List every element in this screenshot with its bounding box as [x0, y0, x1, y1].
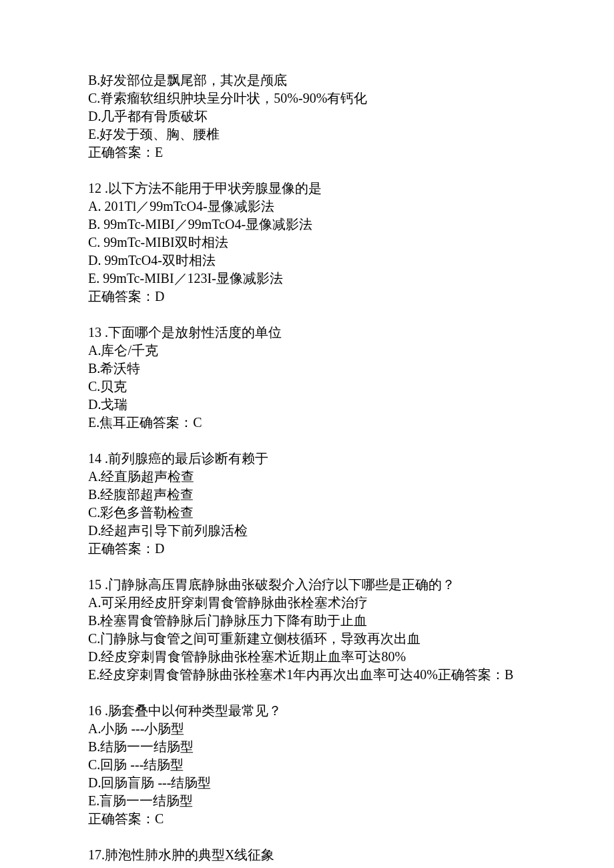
text-line: E.焦耳正确答案：C — [88, 414, 614, 432]
text-line: A.可采用经皮肝穿刺胃食管静脉曲张栓塞术治疗 — [88, 594, 614, 612]
text-line: A.库仑/千克 — [88, 342, 614, 360]
document-body: B.好发部位是飘尾部，其次是颅底C.脊索瘤软组织肿块呈分叶状，50%-90%有钙… — [88, 71, 614, 864]
text-line: D.回肠盲肠 ---结肠型 — [88, 774, 614, 792]
text-line: C.脊索瘤软组织肿块呈分叶状，50%-90%有钙化 — [88, 89, 614, 107]
text-line: B.好发部位是飘尾部，其次是颅底 — [88, 71, 614, 89]
question-block: 17.肺泡性肺水肿的典型X线征象 — [88, 846, 614, 864]
text-line: A.小肠 ---小肠型 — [88, 720, 614, 738]
question-block: 14 .前列腺癌的最后诊断有赖于A.经直肠超声检查B.经腹部超声检查C.彩色多普… — [88, 450, 614, 558]
text-line: 正确答案：E — [88, 143, 614, 161]
text-line: D. 99mTcO4-双时相法 — [88, 252, 614, 270]
question-block: B.好发部位是飘尾部，其次是颅底C.脊索瘤软组织肿块呈分叶状，50%-90%有钙… — [88, 71, 614, 161]
text-line: C.门静脉与食管之间可重新建立侧枝循环，导致再次出血 — [88, 630, 614, 648]
question-block: 12 .以下方法不能用于甲状旁腺显像的是A. 201Tl／99mTcO4-显像减… — [88, 179, 614, 306]
text-line: C.彩色多普勒检查 — [88, 504, 614, 522]
question-block: 13 .下面哪个是放射性活度的单位A.库仑/千克B.希沃特C.贝克D.戈瑞E.焦… — [88, 324, 614, 432]
text-line: 正确答案：C — [88, 810, 614, 828]
text-line: 13 .下面哪个是放射性活度的单位 — [88, 324, 614, 342]
text-line: A. 201Tl／99mTcO4-显像减影法 — [88, 197, 614, 215]
text-line: 16 .肠套叠中以何种类型最常见？ — [88, 702, 614, 720]
question-block: 16 .肠套叠中以何种类型最常见？A.小肠 ---小肠型B.结肠一一结肠型C.回… — [88, 702, 614, 828]
text-line: C. 99mTc-MIBI双时相法 — [88, 234, 614, 252]
text-line: D.经皮穿刺胃食管静脉曲张栓塞术近期止血率可达80% — [88, 648, 614, 666]
text-line: D.戈瑞 — [88, 396, 614, 414]
text-line: B.结肠一一结肠型 — [88, 738, 614, 756]
text-line: 14 .前列腺癌的最后诊断有赖于 — [88, 450, 614, 468]
text-line: 正确答案：D — [88, 540, 614, 558]
text-line: C.回肠 ---结肠型 — [88, 756, 614, 774]
text-line: E.经皮穿刺胃食管静脉曲张栓塞术1年内再次出血率可达40%正确答案：B — [88, 666, 614, 684]
text-line: B.希沃特 — [88, 360, 614, 378]
text-line: 12 .以下方法不能用于甲状旁腺显像的是 — [88, 179, 614, 197]
text-line: E.好发于颈、胸、腰椎 — [88, 125, 614, 143]
text-line: D.经超声引导下前列腺活检 — [88, 522, 614, 540]
text-line: B.经腹部超声检查 — [88, 486, 614, 504]
text-line: 17.肺泡性肺水肿的典型X线征象 — [88, 846, 614, 864]
text-line: E.盲肠一一结肠型 — [88, 792, 614, 810]
text-line: B.栓塞胃食管静脉后门静脉压力下降有助于止血 — [88, 612, 614, 630]
text-line: A.经直肠超声检查 — [88, 468, 614, 486]
text-line: D.几乎都有骨质破坏 — [88, 107, 614, 125]
text-line: C.贝克 — [88, 378, 614, 396]
text-line: B. 99mTc-MIBI／99mTcO4-显像减影法 — [88, 215, 614, 234]
question-block: 15 .门静脉高压胃底静脉曲张破裂介入治疗以下哪些是正确的？A.可采用经皮肝穿刺… — [88, 576, 614, 684]
text-line: 15 .门静脉高压胃底静脉曲张破裂介入治疗以下哪些是正确的？ — [88, 576, 614, 594]
text-line: E. 99mTc-MIBI／123I-显像减影法 — [88, 270, 614, 288]
text-line: 正确答案：D — [88, 288, 614, 306]
